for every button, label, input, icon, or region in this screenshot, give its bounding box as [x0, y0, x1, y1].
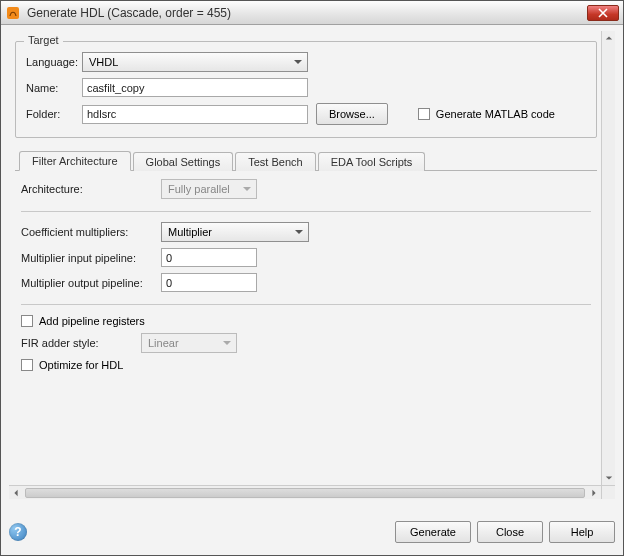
- browse-button[interactable]: Browse...: [316, 103, 388, 125]
- filter-architecture-panel: Architecture: Fully parallel Coefficient…: [15, 171, 597, 385]
- horizontal-scrollbar[interactable]: [9, 485, 601, 499]
- scroll-thumb[interactable]: [25, 488, 585, 498]
- language-combo[interactable]: VHDL: [82, 52, 308, 72]
- tabs: Filter Architecture Global Settings Test…: [15, 150, 597, 385]
- checkbox-box: [21, 359, 33, 371]
- svg-rect-0: [7, 7, 19, 19]
- name-input[interactable]: [82, 78, 308, 97]
- chevron-down-icon: [222, 338, 232, 348]
- tabstrip: Filter Architecture Global Settings Test…: [15, 150, 597, 171]
- scroll-down-arrow-icon[interactable]: [602, 471, 615, 485]
- scroll-right-arrow-icon[interactable]: [587, 486, 601, 500]
- help-icon[interactable]: ?: [9, 523, 27, 541]
- vertical-scrollbar[interactable]: [601, 31, 615, 485]
- help-button[interactable]: Help: [549, 521, 615, 543]
- generate-matlab-label: Generate MATLAB code: [436, 108, 555, 120]
- checkbox-box: [418, 108, 430, 120]
- checkbox-box: [21, 315, 33, 327]
- button-bar: ? Generate Close Help: [9, 517, 615, 547]
- architecture-value: Fully parallel: [168, 183, 230, 195]
- architecture-combo: Fully parallel: [161, 179, 257, 199]
- tab-filter-architecture[interactable]: Filter Architecture: [19, 151, 131, 171]
- coef-mult-label: Coefficient multipliers:: [21, 226, 161, 238]
- architecture-label: Architecture:: [21, 183, 161, 195]
- mult-out-pipe-label: Multiplier output pipeline:: [21, 277, 161, 289]
- fir-adder-label: FIR adder style:: [21, 337, 141, 349]
- window-close-button[interactable]: [587, 5, 619, 21]
- target-legend: Target: [24, 34, 63, 46]
- folder-input[interactable]: [82, 105, 308, 124]
- scroll-corner: [601, 485, 615, 499]
- titlebar: Generate HDL (Cascade, order = 455): [1, 1, 623, 25]
- tab-global-settings[interactable]: Global Settings: [133, 152, 234, 171]
- coef-mult-combo[interactable]: Multiplier: [161, 222, 309, 242]
- optimize-hdl-checkbox[interactable]: Optimize for HDL: [21, 359, 123, 371]
- folder-label: Folder:: [26, 108, 82, 120]
- chevron-down-icon: [242, 184, 252, 194]
- mult-in-pipe-input[interactable]: [161, 248, 257, 267]
- fir-adder-value: Linear: [148, 337, 179, 349]
- divider: [21, 211, 591, 212]
- chevron-down-icon: [293, 57, 303, 67]
- fir-adder-combo: Linear: [141, 333, 237, 353]
- optimize-hdl-label: Optimize for HDL: [39, 359, 123, 371]
- divider: [21, 304, 591, 305]
- chevron-down-icon: [294, 227, 304, 237]
- coef-mult-value: Multiplier: [168, 226, 212, 238]
- add-pipeline-checkbox[interactable]: Add pipeline registers: [21, 315, 145, 327]
- add-pipeline-label: Add pipeline registers: [39, 315, 145, 327]
- window-title: Generate HDL (Cascade, order = 455): [27, 6, 231, 20]
- mult-in-pipe-label: Multiplier input pipeline:: [21, 252, 161, 264]
- mult-out-pipe-input[interactable]: [161, 273, 257, 292]
- generate-button[interactable]: Generate: [395, 521, 471, 543]
- language-label: Language:: [26, 56, 82, 68]
- scroll-up-arrow-icon[interactable]: [602, 31, 615, 45]
- language-value: VHDL: [89, 56, 118, 68]
- tab-test-bench[interactable]: Test Bench: [235, 152, 315, 171]
- app-icon: [5, 5, 21, 21]
- close-button[interactable]: Close: [477, 521, 543, 543]
- scroll-left-arrow-icon[interactable]: [9, 486, 23, 500]
- name-label: Name:: [26, 82, 82, 94]
- generate-matlab-checkbox[interactable]: Generate MATLAB code: [418, 108, 555, 120]
- tab-eda-tool-scripts[interactable]: EDA Tool Scripts: [318, 152, 426, 171]
- target-fieldset: Target Language: VHDL Name: Folder: Brow…: [15, 41, 597, 138]
